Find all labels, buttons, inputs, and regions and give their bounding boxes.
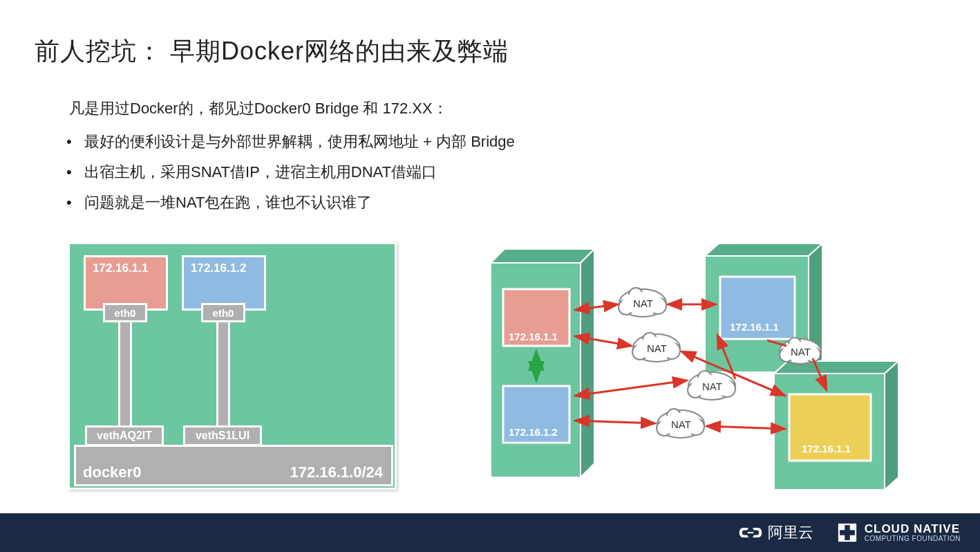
bullet-item: 出宿主机，采用SNAT借IP，进宿主机用DNAT借端口 xyxy=(84,157,898,187)
svg-marker-2 xyxy=(581,249,594,477)
cncf-line1: CLOUD NATIVE xyxy=(865,523,961,535)
slide: 前人挖坑： 早期Docker网络的由来及弊端 凡是用过Docker的，都见过Do… xyxy=(0,0,980,552)
cncf-icon xyxy=(837,522,858,543)
left-diagram: 172.16.1.1 172.16.1.2 eth0 eth0 vethAQ2I… xyxy=(68,242,397,490)
slide-title: 前人挖坑： 早期Docker网络的由来及弊端 xyxy=(35,35,509,68)
host3-box-ip: 172.16.1.1 xyxy=(802,443,851,454)
eth0-label-2: eth0 xyxy=(201,303,245,322)
svg-rect-53 xyxy=(839,524,845,530)
bridge-cidr: 172.16.1.0/24 xyxy=(290,463,383,481)
veth-pipe-2 xyxy=(216,322,230,427)
eth0-label-1: eth0 xyxy=(103,303,147,322)
cncf-text: CLOUD NATIVE COMPUTING FOUNDATION xyxy=(865,523,961,543)
veth1-label: vethAQ2IT xyxy=(85,425,164,446)
right-diagram-svg xyxy=(484,235,919,498)
container2-ip: 172.16.1.2 xyxy=(191,261,246,275)
cncf-logo: CLOUD NATIVE COMPUTING FOUNDATION xyxy=(837,522,961,543)
cncf-line2: COMPUTING FOUNDATION xyxy=(865,535,961,543)
bridge-name: docker0 xyxy=(83,463,141,481)
aliyun-text: 阿里云 xyxy=(768,522,813,543)
container1-box: 172.16.1.1 xyxy=(84,255,168,311)
nat-label-1: NAT xyxy=(633,297,653,309)
bullet-list: 最好的便利设计是与外部世界解耦，使用私网地址 + 内部 Bridge 出宿主机，… xyxy=(69,127,898,218)
host1-box1-ip: 172.16.1.1 xyxy=(509,331,558,342)
nat-label-5: NAT xyxy=(791,346,811,358)
svg-rect-55 xyxy=(839,535,845,541)
host2-box-ip: 172.16.1.1 xyxy=(730,321,779,333)
bullet-item: 最好的便利设计是与外部世界解耦，使用私网地址 + 内部 Bridge xyxy=(84,127,898,157)
svg-marker-1 xyxy=(491,249,594,263)
docker0-bridge: docker0 172.16.1.0/24 xyxy=(74,445,393,486)
container1-ip: 172.16.1.1 xyxy=(93,261,148,275)
svg-marker-7 xyxy=(705,243,822,256)
aliyun-icon xyxy=(739,521,762,544)
footer-bar: 阿里云 CLOUD NATIVE COMPUTING FOUNDATION xyxy=(0,513,980,552)
host1-cube xyxy=(491,249,594,477)
veth-pipe-1 xyxy=(118,322,132,427)
slide-content: 凡是用过Docker的，都见过Docker0 Bridge 和 172.XX： … xyxy=(69,93,898,218)
svg-rect-54 xyxy=(849,524,855,530)
svg-rect-51 xyxy=(747,532,753,533)
svg-marker-13 xyxy=(885,361,898,490)
aliyun-logo: 阿里云 xyxy=(739,521,813,544)
bullet-item: 问题就是一堆NAT包在跑，谁也不认识谁了 xyxy=(84,187,898,218)
svg-line-48 xyxy=(706,426,785,429)
nat-label-4: NAT xyxy=(671,418,691,430)
container2-box: 172.16.1.2 xyxy=(182,255,266,311)
nat-label-2: NAT xyxy=(647,342,667,354)
svg-rect-56 xyxy=(849,535,855,541)
right-diagram: 172.16.1.1 172.16.1.2 172.16.1.1 172.16.… xyxy=(484,235,919,498)
nat-label-3: NAT xyxy=(702,380,722,392)
host3-cube xyxy=(774,361,898,490)
veth2-label: vethS1LUI xyxy=(183,425,262,446)
intro-text: 凡是用过Docker的，都见过Docker0 Bridge 和 172.XX： xyxy=(69,93,898,124)
host1-box2-ip: 172.16.1.2 xyxy=(509,426,558,438)
